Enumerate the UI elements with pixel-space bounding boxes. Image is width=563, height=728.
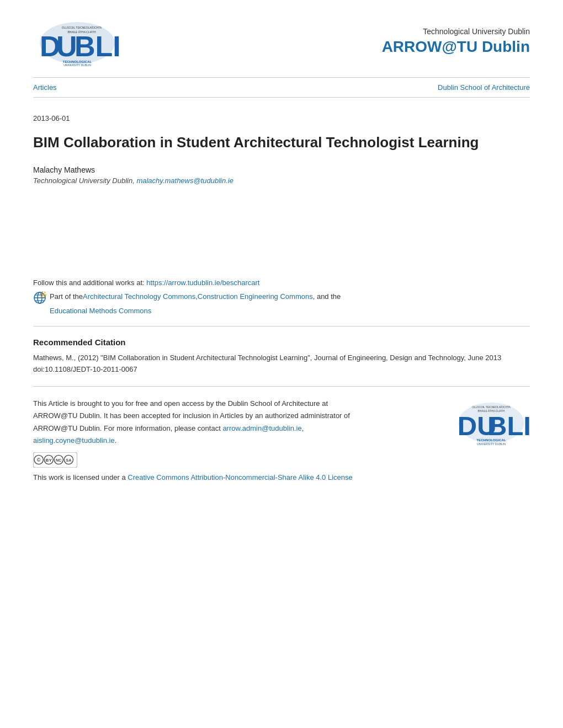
svg-text:BHAILE ÁTHA CLIATH: BHAILE ÁTHA CLIATH [478,410,505,413]
svg-text:TECHNOLOGICAL: TECHNOLOGICAL [476,438,506,442]
citation-section: Recommended Citation Mathews, M., (2012)… [33,338,530,376]
svg-text:UNIVERSITY DUBLIN: UNIVERSITY DUBLIN [477,442,506,446]
nav-bar: Articles Dublin School of Architecture [0,78,563,97]
logo-area: D U OLLSCOIL TEICNEOLAÍOCHTA BHAILE ÁTHA… [33,17,121,66]
svg-text:UNIVERSITY DUBLIN: UNIVERSITY DUBLIN [63,63,91,66]
tu-dublin-logo-bottom: DU BLIN OLLSCOIL TEICNEOLAÍOCHTA BHAILE … [453,398,530,446]
content-spacer [33,185,530,273]
license-prefix: This work is licensed under a [33,473,128,481]
pub-date: 2013-06-01 [33,114,530,122]
arrow-brand: ARROW@TU Dublin [382,38,530,56]
school-link[interactable]: Dublin School of Architecture [438,83,530,92]
svg-text:©: © [37,457,41,463]
header-right: Technological University Dublin ARROW@TU… [382,27,530,56]
author-name: Malachy Mathews [33,165,530,174]
oa-text: This Article is brought to you for free … [33,399,350,432]
author-affiliation: Technological University Dublin, malachy… [33,176,530,185]
follow-section: Follow this and additional works at: htt… [33,279,530,315]
commons-link-2[interactable]: Construction Engineering Commons [198,292,313,301]
page-wrapper: D U OLLSCOIL TEICNEOLAÍOCHTA BHAILE ÁTHA… [0,0,563,728]
follow-link[interactable]: https://arrow.tudublin.ie/bescharcart [146,279,259,287]
author-email-link[interactable]: malachy.mathews@tudublin.ie [136,176,233,185]
open-access-left: This Article is brought to you for free … [33,398,353,483]
commons-link-3[interactable]: Educational Methods Commons [50,307,151,315]
university-name: Technological University Dublin [382,27,530,36]
contact-email-1[interactable]: arrow.admin@tudublin.ie [222,424,301,432]
affiliation-text: Technological University Dublin [33,176,132,185]
svg-text:NC: NC [56,458,62,463]
header: D U OLLSCOIL TEICNEOLAÍOCHTA BHAILE ÁTHA… [0,0,563,77]
svg-text:BY: BY [46,458,52,463]
part-of-prefix: Part of the [50,292,83,301]
svg-text:SA: SA [66,458,72,463]
svg-text:BLIN: BLIN [75,30,121,62]
svg-text:OLLSCOIL TEICNEOLAÍOCHTA: OLLSCOIL TEICNEOLAÍOCHTA [62,26,102,29]
commons-line-3: Educational Methods Commons [50,307,530,315]
part-of-line: Part of the Architectural Technology Com… [33,292,530,304]
follow-label: Follow this and additional works at: [33,279,146,287]
citation-text: Mathews, M., (2012) "BIM Collaboration i… [33,352,530,376]
license-link[interactable]: Creative Commons Attribution-Noncommerci… [128,473,353,481]
articles-link[interactable]: Articles [33,83,57,92]
svg-text:U: U [56,30,77,62]
main-content: 2013-06-01 BIM Collaboration in Student … [0,98,563,499]
follow-text: Follow this and additional works at: htt… [33,279,530,287]
and-the-text: , and the [313,292,341,301]
tu-dublin-logo: D U OLLSCOIL TEICNEOLAÍOCHTA BHAILE ÁTHA… [33,17,121,66]
cc-license-row: © BY NC SA [33,452,353,468]
commons-link-1[interactable]: Architectural Technology Commons [83,292,195,301]
citation-heading: Recommended Citation [33,338,530,347]
cc-badge: © BY NC SA [33,452,77,468]
open-access-section: This Article is brought to you for free … [33,398,530,483]
svg-text:OLLSCOIL TEICNEOLAÍOCHTA: OLLSCOIL TEICNEOLAÍOCHTA [472,406,511,409]
section-divider [33,326,530,326]
contact-email-2[interactable]: aisling.coyne@tudublin.ie [33,436,115,445]
svg-text:BLIN: BLIN [487,411,530,441]
license-text: This work is licensed under a Creative C… [33,472,353,483]
pub-title: BIM Collaboration in Student Architectur… [33,133,530,152]
open-access-text: This Article is brought to you for free … [33,398,353,446]
open-access-right: DU BLIN OLLSCOIL TEICNEOLAÍOCHTA BHAILE … [442,398,530,446]
open-access-icon [33,291,46,304]
section-divider-2 [33,386,530,387]
